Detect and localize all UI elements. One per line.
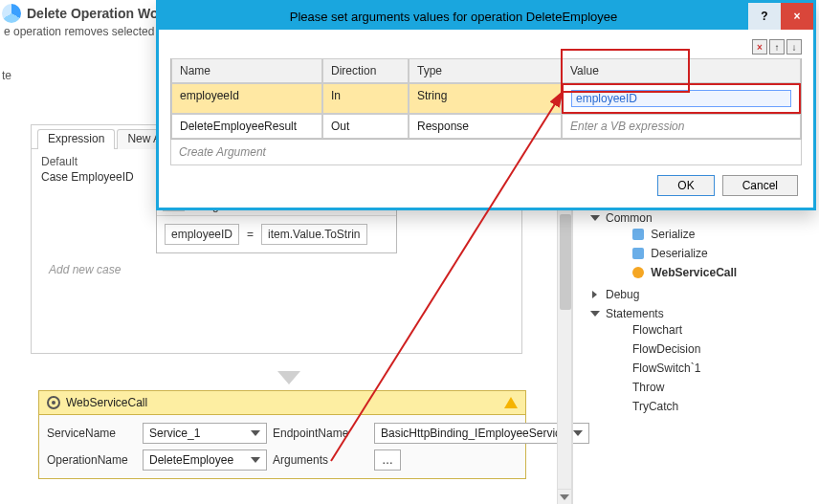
cell-type[interactable]: String bbox=[409, 83, 562, 114]
service-name-label: ServiceName bbox=[47, 423, 137, 444]
activity-icon bbox=[632, 229, 644, 240]
workflow-icon bbox=[2, 4, 21, 23]
arguments-label: Arguments bbox=[273, 449, 368, 471]
add-new-case[interactable]: Add new case bbox=[41, 253, 512, 282]
toolbox-item-deserialize[interactable]: Deserialize bbox=[619, 244, 813, 263]
toolbox-item-flowdecision[interactable]: FlowDecision bbox=[619, 340, 813, 359]
tab-expression[interactable]: Expression bbox=[37, 129, 115, 149]
toolbox-group-debug[interactable]: Debug bbox=[592, 285, 813, 304]
toolbox-group-common[interactable]: Common Serialize Deserialize WebServi bbox=[592, 208, 813, 285]
dialog-title: Please set arguments values for operatio… bbox=[159, 10, 748, 24]
arguments-grid[interactable]: Name Direction Type Value employeeId In … bbox=[170, 58, 802, 140]
toolbox-item-flowchart[interactable]: Flowchart bbox=[619, 320, 813, 340]
dialog-help-button[interactable]: ? bbox=[748, 3, 781, 30]
cell-direction[interactable]: In bbox=[322, 83, 409, 114]
cell-direction[interactable]: Out bbox=[322, 114, 409, 139]
cell-value[interactable] bbox=[562, 83, 801, 114]
dialog-close-button[interactable]: × bbox=[781, 3, 813, 30]
toolbox-panel[interactable]: CreateCSEntryChangeResult Common Seriali… bbox=[572, 186, 819, 504]
webservicecall-activity[interactable]: WebServiceCall ServiceName Service_1 End… bbox=[38, 390, 526, 479]
move-up-button[interactable]: ↑ bbox=[769, 39, 785, 55]
delete-argument-button[interactable]: × bbox=[752, 39, 767, 55]
cell-name[interactable]: DeleteEmployeeResult bbox=[171, 114, 322, 139]
toolbox-item-flowswitch[interactable]: FlowSwitch`1 bbox=[619, 359, 813, 378]
service-name-dropdown[interactable]: Service_1 bbox=[143, 423, 267, 444]
col-value[interactable]: Value bbox=[562, 58, 801, 83]
page-title: Delete Operation Wo bbox=[27, 6, 158, 21]
endpoint-name-label: EndpointName bbox=[273, 423, 368, 444]
chevron-down-icon bbox=[251, 457, 260, 463]
scroll-down-icon bbox=[560, 494, 569, 500]
operation-name-value: DeleteEmployee bbox=[149, 453, 233, 467]
move-down-button[interactable]: ↓ bbox=[786, 39, 802, 55]
argument-row-result[interactable]: DeleteEmployeeResult Out Response Enter … bbox=[171, 114, 801, 139]
col-type[interactable]: Type bbox=[409, 58, 562, 83]
endpoint-name-value: BasicHttpBinding_IEmployeeService bbox=[381, 427, 567, 440]
value-input[interactable] bbox=[571, 90, 791, 107]
designer-scrollbar[interactable] bbox=[557, 186, 572, 504]
col-name[interactable]: Name bbox=[171, 58, 322, 83]
chevron-down-icon bbox=[251, 430, 260, 436]
operation-name-label: OperationName bbox=[47, 449, 137, 471]
cancel-button[interactable]: Cancel bbox=[722, 175, 798, 196]
case-value: EmployeeID bbox=[71, 170, 133, 184]
cell-value[interactable]: Enter a VB expression bbox=[562, 114, 801, 139]
create-argument-link[interactable]: Create Argument bbox=[170, 140, 802, 165]
toolbox-item-throw[interactable]: Throw bbox=[619, 378, 813, 397]
toolbox-item-trycatch[interactable]: TryCatch bbox=[619, 397, 813, 416]
scroll-thumb[interactable] bbox=[560, 214, 571, 310]
arguments-browse-button[interactable] bbox=[374, 449, 401, 471]
service-name-value: Service_1 bbox=[149, 427, 200, 440]
wsc-title-label: WebServiceCall bbox=[66, 396, 147, 409]
gear-icon bbox=[47, 396, 60, 409]
toolbox-group-statements[interactable]: Statements Flowchart FlowDecision FlowSw… bbox=[592, 304, 813, 419]
toolbox-item-webservicecall[interactable]: WebServiceCall bbox=[619, 263, 813, 282]
cell-name[interactable]: employeeId bbox=[171, 83, 322, 114]
cell-type[interactable]: Response bbox=[409, 114, 562, 139]
gear-icon bbox=[632, 267, 644, 278]
col-direction[interactable]: Direction bbox=[322, 58, 409, 83]
expander-icon[interactable] bbox=[590, 311, 600, 320]
warning-icon bbox=[504, 397, 518, 408]
flow-arrow-down-icon bbox=[277, 371, 300, 384]
assign-equals: = bbox=[247, 228, 254, 241]
expander-icon[interactable] bbox=[592, 291, 597, 298]
operation-name-dropdown[interactable]: DeleteEmployee bbox=[143, 449, 267, 471]
toolbox-item-serialize[interactable]: Serialize bbox=[619, 225, 813, 244]
expander-icon[interactable] bbox=[590, 215, 600, 225]
assign-to-field[interactable]: employeeID bbox=[165, 224, 239, 245]
activity-icon bbox=[632, 248, 644, 259]
ok-button[interactable]: OK bbox=[657, 175, 714, 196]
argument-row-employeeid[interactable]: employeeId In String bbox=[171, 83, 801, 114]
arguments-dialog[interactable]: Please set arguments values for operatio… bbox=[156, 0, 816, 210]
value-placeholder: Enter a VB expression bbox=[570, 120, 684, 133]
assign-value-field[interactable]: item.Value.ToStrin bbox=[261, 224, 367, 245]
case-keyword: Case bbox=[41, 170, 68, 184]
